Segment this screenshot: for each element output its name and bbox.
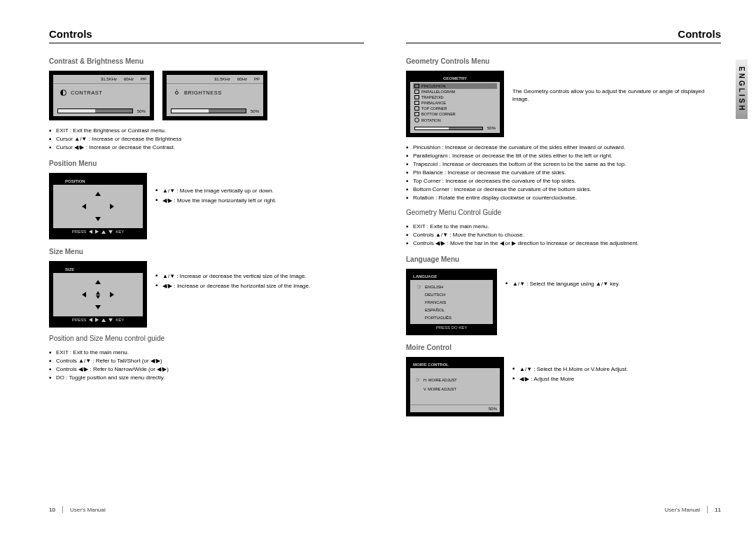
contrast-label: CONTRAST bbox=[71, 90, 102, 96]
brightness-icon bbox=[174, 90, 180, 96]
right-page: Controls Geometry Controls Menu GEOMETRY… bbox=[406, 28, 721, 416]
geometry-desc: The Geometry controls allow you to adjus… bbox=[512, 71, 721, 103]
position-icon bbox=[56, 178, 62, 183]
pos-size-guide-title: Position and Size Menu control guide bbox=[49, 335, 364, 342]
left-page: Controls Contrast & Brightness Menu 31.5… bbox=[49, 28, 364, 416]
language-title: Language Menu bbox=[406, 255, 721, 263]
osd-size: SIZE PRESS KEY bbox=[49, 261, 147, 328]
footer-right: User's Manual 11 bbox=[664, 506, 721, 513]
geometry-guide-notes: EXIT : Exite to the main menu. Controls … bbox=[406, 222, 721, 247]
brightness-label: BRIGHTNESS bbox=[184, 90, 222, 96]
osd-brightness: 31.5KHz 60Hz PP BRIGHTNESS 50% bbox=[162, 71, 267, 120]
osd-geometry: GEOMETRY PINCUSHION PARALLELOGRAM TRAPEZ… bbox=[406, 71, 504, 137]
pointer-icon bbox=[417, 283, 422, 290]
position-title: Position Menu bbox=[49, 160, 364, 167]
english-tab: ENGLISH bbox=[736, 59, 748, 119]
osd-moire: MOIRE CONTROL H. MOIRE ADJUST V. MOIRE A… bbox=[406, 357, 504, 416]
geometry-guide-title: Geometry Menu Control Guide bbox=[406, 209, 721, 216]
arrow-left-icon bbox=[82, 204, 86, 209]
arrow-up-icon bbox=[95, 192, 101, 196]
geometry-title: Geometry Controls Menu bbox=[406, 57, 721, 65]
contrast-notes: EXIT : Exit the Brightness or Contrast m… bbox=[49, 126, 364, 151]
refresh-text: 60Hz bbox=[124, 77, 134, 81]
size-icon bbox=[56, 267, 62, 272]
arrow-right-icon bbox=[110, 204, 114, 209]
contrast-icon bbox=[60, 90, 66, 96]
mode-text: PP bbox=[141, 77, 146, 81]
pos-size-guide-notes: EXIT : Exit to the main menu. Controls ▲… bbox=[49, 348, 364, 381]
contrast-brightness-title: Contrast & Brightness Menu bbox=[49, 57, 364, 65]
moire-title: Moire Control bbox=[406, 344, 721, 351]
size-title: Size Menu bbox=[49, 248, 364, 255]
brightness-pct: 50% bbox=[248, 109, 259, 113]
footer-left: 10 User's Manual bbox=[49, 506, 106, 513]
pointer-icon bbox=[416, 377, 421, 383]
osd-language: LANGUAGE ENGLISH DEUTSCH FRANCAIS ESPAÑO… bbox=[406, 269, 497, 335]
freq-text: 31.5KHz bbox=[101, 77, 117, 81]
osd-contrast: 31.5KHz 60Hz PP CONTRAST 50% bbox=[49, 71, 154, 120]
page-header-left: Controls bbox=[49, 28, 364, 43]
arrow-down-icon bbox=[95, 217, 101, 221]
contrast-pct: 50% bbox=[134, 109, 146, 113]
osd-position: POSITION PRESS KEY bbox=[49, 173, 147, 239]
geometry-notes: Pincushion : Increase or decrease the cu… bbox=[406, 143, 721, 202]
page-header-right: Controls bbox=[406, 28, 721, 43]
